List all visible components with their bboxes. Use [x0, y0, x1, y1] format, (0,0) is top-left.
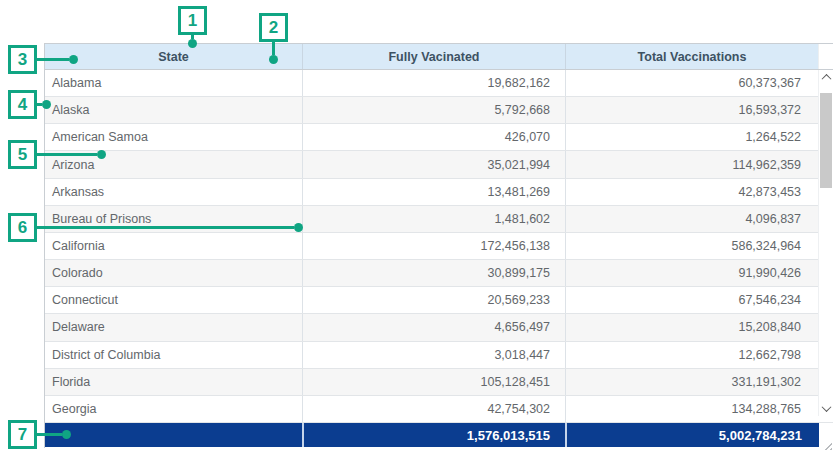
total-vaccinations-cell: 586,324,964 [565, 233, 833, 259]
table-row[interactable]: Arkansas13,481,26942,873,453 [45, 179, 833, 206]
table-row[interactable]: Bureau of Prisons1,481,6024,096,837 [45, 206, 833, 233]
callout-number-1: 1 [178, 6, 207, 35]
vaccination-data-table: State Fully Vacinated Total Vaccinations… [44, 43, 833, 448]
state-cell: Alaska [45, 97, 302, 123]
fully-vaccinated-cell: 426,070 [302, 124, 565, 150]
scrollbar-track[interactable] [819, 85, 833, 401]
annotation-callout-1: 1 [178, 6, 207, 48]
total-vaccinations-cell: 12,662,798 [565, 342, 833, 368]
fully-vaccinated-cell: 20,569,233 [302, 287, 565, 313]
callout-number-4: 4 [8, 90, 37, 119]
table-row[interactable]: Georgia42,754,302134,288,765 [45, 396, 833, 423]
table-header-row: State Fully Vacinated Total Vaccinations [45, 44, 833, 70]
state-cell: Arizona [45, 151, 302, 177]
total-vaccinations-cell: 114,962,359 [565, 151, 833, 177]
total-vaccinations-cell: 42,873,453 [565, 179, 833, 205]
fully-vaccinated-cell: 30,899,175 [302, 260, 565, 286]
vertical-scrollbar[interactable] [818, 70, 833, 416]
fully-vaccinated-cell: 105,128,451 [302, 369, 565, 395]
state-cell: Georgia [45, 396, 302, 422]
table-row[interactable]: Colorado30,899,17591,990,426 [45, 260, 833, 287]
state-cell: Florida [45, 369, 302, 395]
table-row[interactable]: California172,456,138586,324,964 [45, 233, 833, 260]
callout-number-6: 6 [8, 213, 37, 242]
table-row[interactable]: District of Columbia3,018,44712,662,798 [45, 342, 833, 369]
table-row[interactable]: Arizona35,021,994114,962,359 [45, 151, 833, 178]
table-row[interactable]: American Samoa426,0701,264,522 [45, 124, 833, 151]
total-fully-vaccinated-value: 1,576,013,515 [302, 423, 565, 447]
state-cell: Delaware [45, 314, 302, 340]
state-cell: District of Columbia [45, 342, 302, 368]
fully-vaccinated-cell: 3,018,447 [302, 342, 565, 368]
total-vaccinations-cell: 67,546,234 [565, 287, 833, 313]
scroll-down-button[interactable] [819, 401, 833, 416]
chevron-down-icon [821, 402, 831, 412]
scrollbar-thumb[interactable] [820, 93, 832, 188]
fully-vaccinated-cell: 4,656,497 [302, 314, 565, 340]
table-row[interactable]: Alabama19,682,16260,373,367 [45, 70, 833, 97]
state-cell: Arkansas [45, 179, 302, 205]
total-vaccinations-cell: 134,288,765 [565, 396, 833, 422]
total-vaccinations-cell: 91,990,426 [565, 260, 833, 286]
scrollbar-header-corner [818, 44, 833, 69]
callout-number-5: 5 [8, 140, 37, 169]
table-row[interactable]: Delaware4,656,49715,208,840 [45, 314, 833, 341]
state-cell: Alabama [45, 70, 302, 96]
callout-number-7: 7 [8, 420, 37, 449]
fully-vaccinated-cell: 13,481,269 [302, 179, 565, 205]
fully-vaccinated-cell: 172,456,138 [302, 233, 565, 259]
callout-stem [191, 35, 194, 39]
total-state-cell [45, 423, 302, 447]
state-cell: Bureau of Prisons [45, 206, 302, 232]
state-cell: California [45, 233, 302, 259]
fully-vaccinated-cell: 19,682,162 [302, 70, 565, 96]
callout-stem [37, 103, 42, 106]
total-vaccinations-value: 5,002,784,231 [565, 423, 819, 447]
column-header-state[interactable]: State [45, 44, 302, 69]
fully-vaccinated-cell: 42,754,302 [302, 396, 565, 422]
table-body: Alabama19,682,16260,373,367Alaska5,792,6… [45, 70, 833, 423]
fully-vaccinated-cell: 1,481,602 [302, 206, 565, 232]
annotated-table-figure: State Fully Vacinated Total Vaccinations… [0, 0, 833, 453]
table-row[interactable]: Alaska5,792,66816,593,372 [45, 97, 833, 124]
chevron-up-icon [821, 74, 831, 84]
total-vaccinations-cell: 1,264,522 [565, 124, 833, 150]
column-header-fully-vaccinated[interactable]: Fully Vacinated [302, 44, 565, 69]
fully-vaccinated-cell: 35,021,994 [302, 151, 565, 177]
state-cell: Colorado [45, 260, 302, 286]
callout-number-3: 3 [8, 45, 37, 74]
state-cell: Connecticut [45, 287, 302, 313]
total-vaccinations-cell: 60,373,367 [565, 70, 833, 96]
callout-number-2: 2 [259, 13, 288, 42]
total-vaccinations-cell: 331,191,302 [565, 369, 833, 395]
column-header-total-vaccinations[interactable]: Total Vaccinations [565, 44, 818, 69]
fully-vaccinated-cell: 5,792,668 [302, 97, 565, 123]
total-vaccinations-cell: 16,593,372 [565, 97, 833, 123]
total-vaccinations-cell: 15,208,840 [565, 314, 833, 340]
total-vaccinations-cell: 4,096,837 [565, 206, 833, 232]
table-row[interactable]: Connecticut20,569,23367,546,234 [45, 287, 833, 314]
scroll-up-button[interactable] [819, 70, 833, 85]
table-row[interactable]: Florida105,128,451331,191,302 [45, 369, 833, 396]
state-cell: American Samoa [45, 124, 302, 150]
table-total-row: 1,576,013,515 5,002,784,231 [45, 423, 819, 447]
